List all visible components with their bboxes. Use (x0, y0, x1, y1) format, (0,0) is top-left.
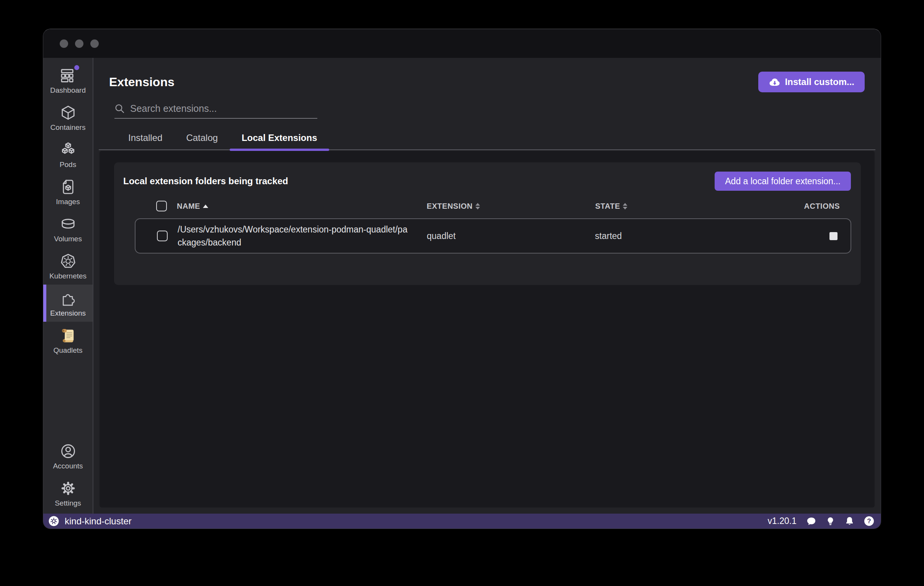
kube-context-button[interactable]: kind-kind-cluster (49, 516, 132, 526)
sidebar-item-label: Volumes (54, 235, 82, 243)
sidebar-item-label: Accounts (53, 462, 82, 470)
containers-icon (59, 104, 77, 121)
cloud-download-icon (769, 78, 780, 86)
kubernetes-context-icon (49, 516, 59, 526)
quadlets-icon (59, 327, 77, 344)
column-header-state[interactable]: STATE (595, 202, 794, 211)
sidebar-item-dashboard[interactable]: Dashboard (43, 62, 92, 99)
sidebar-item-label: Quadlets (53, 346, 82, 355)
sidebar-item-accounts[interactable]: Accounts (43, 437, 92, 475)
pods-icon (59, 141, 77, 159)
column-header-extension[interactable]: EXTENSION (427, 202, 595, 211)
sidebar-item-extensions[interactable]: Extensions (43, 285, 92, 322)
maximize-button[interactable] (90, 40, 99, 48)
sidebar-item-settings[interactable]: Settings (43, 475, 92, 513)
titlebar (43, 29, 881, 58)
sidebar-item-label: Containers (51, 123, 86, 132)
sidebar-item-containers[interactable]: Containers (43, 99, 92, 136)
column-header-name[interactable]: NAME (177, 202, 427, 211)
row-folder-path: /Users/vzhukovs/Workspace/extension-podm… (178, 223, 427, 249)
app-version: v1.20.1 (768, 516, 797, 526)
panel-title: Local extension folders being tracked (123, 176, 288, 187)
accounts-icon (59, 442, 77, 460)
sort-icon (475, 203, 480, 210)
sidebar-item-kubernetes[interactable]: Kubernetes (43, 247, 92, 285)
notifications-bell-icon[interactable] (845, 516, 854, 526)
search-icon (114, 103, 125, 114)
column-header-actions: ACTIONS (794, 202, 851, 211)
install-custom-button[interactable]: Install custom... (758, 72, 865, 92)
content-viewport: Local extension folders being tracked Ad… (99, 151, 874, 508)
volumes-icon (59, 215, 77, 233)
status-bar: kind-kind-cluster v1.20.1 (43, 513, 881, 528)
sidebar-item-pods[interactable]: Pods (43, 136, 92, 173)
app-window: Dashboard Containers (43, 29, 881, 529)
sidebar-item-volumes[interactable]: Volumes (43, 210, 92, 247)
table-row: /Users/vzhukovs/Workspace/extension-podm… (135, 219, 851, 253)
help-icon[interactable]: ? (864, 516, 874, 526)
gear-icon (59, 480, 77, 497)
sidebar-spacer (43, 359, 92, 437)
row-state: started (595, 231, 793, 241)
minimize-button[interactable] (75, 40, 83, 48)
extensions-icon (59, 290, 77, 307)
sidebar-item-label: Dashboard (50, 86, 86, 94)
row-extension: quadlet (427, 231, 595, 241)
sidebar-item-label: Extensions (50, 309, 86, 318)
local-extensions-panel: Local extension folders being tracked Ad… (114, 162, 861, 285)
tab-installed[interactable]: Installed (116, 127, 174, 150)
row-checkbox[interactable] (157, 230, 168, 241)
search-bar (114, 103, 317, 119)
close-button[interactable] (60, 40, 68, 48)
feedback-icon[interactable] (807, 516, 816, 526)
add-local-folder-button[interactable]: Add a local folder extension... (714, 172, 851, 191)
table-header: NAME EXTENSION STATE (135, 199, 851, 214)
tab-catalog[interactable]: Catalog (174, 127, 230, 150)
sidebar-item-label: Kubernetes (50, 272, 86, 280)
page-header: Extensions Install (93, 58, 881, 151)
tabs-divider (99, 149, 875, 150)
tab-local-extensions[interactable]: Local Extensions (230, 127, 329, 150)
question-glyph: ? (864, 516, 874, 526)
sidebar-item-label: Pods (60, 161, 76, 169)
stop-button[interactable] (830, 232, 838, 240)
cluster-name: kind-kind-cluster (65, 516, 132, 526)
dashboard-notification-dot (74, 65, 79, 70)
images-icon (59, 178, 77, 196)
sort-asc-icon (203, 205, 208, 208)
lightbulb-icon[interactable] (826, 516, 835, 526)
kubernetes-icon (59, 252, 77, 270)
tabs: Installed Catalog Local Extensions (93, 127, 881, 150)
select-all-checkbox[interactable] (156, 201, 167, 212)
sort-icon (623, 203, 627, 210)
search-input[interactable] (130, 103, 317, 114)
sidebar: Dashboard Containers (43, 58, 93, 513)
sidebar-item-quadlets[interactable]: Quadlets (43, 322, 92, 359)
sidebar-item-label: Settings (55, 499, 81, 508)
sidebar-item-label: Images (56, 198, 79, 206)
page-title: Extensions (109, 75, 175, 89)
install-custom-label: Install custom... (785, 76, 854, 87)
sidebar-item-images[interactable]: Images (43, 173, 92, 210)
dashboard-icon (59, 67, 77, 84)
